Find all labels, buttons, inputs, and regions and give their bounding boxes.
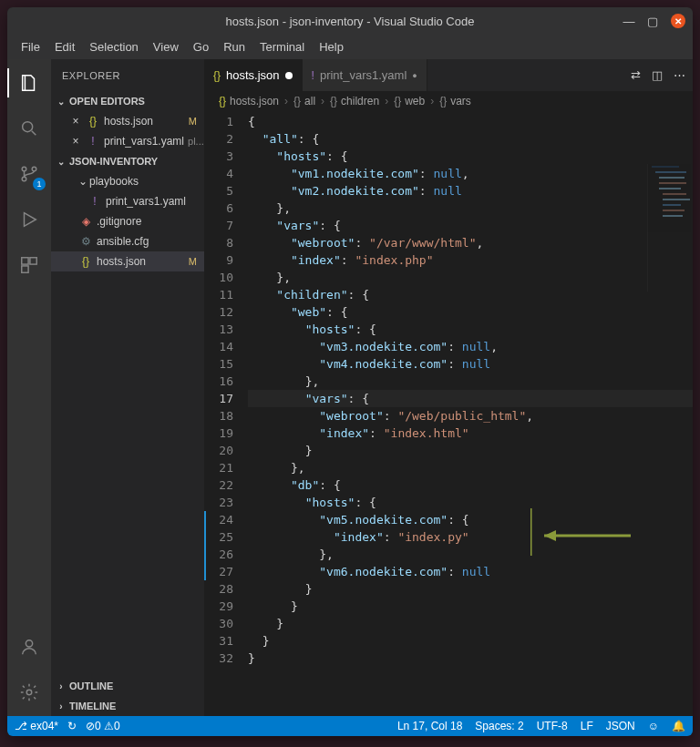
code-line[interactable]: } <box>248 615 693 632</box>
breadcrumb-part[interactable]: children <box>341 95 379 107</box>
code-line[interactable]: } <box>248 598 693 615</box>
tree-item[interactable]: !print_vars1.yaml <box>51 191 204 211</box>
status-feedback-icon[interactable]: ☺ <box>648 720 659 732</box>
code-line[interactable]: "webroot": "/var/www/html", <box>248 234 693 251</box>
breadcrumbs[interactable]: {} hosts.json›{} all›{} children›{} web›… <box>204 91 693 111</box>
tree-item[interactable]: {}hosts.jsonM <box>51 251 204 271</box>
code-line[interactable]: "vm5.nodekite.com": { <box>248 511 693 528</box>
window-controls: — ▢ ✕ <box>623 7 685 35</box>
code-line[interactable]: "vm6.nodekite.com": null <box>248 563 693 580</box>
activity-extensions[interactable] <box>7 251 51 280</box>
menu-terminal[interactable]: Terminal <box>253 36 311 57</box>
close-editor-icon[interactable]: × <box>69 115 82 128</box>
menu-view[interactable]: View <box>147 36 185 57</box>
code-line[interactable]: "children": { <box>248 286 693 303</box>
maximize-button[interactable]: ▢ <box>647 15 658 26</box>
code-line[interactable]: { <box>248 113 693 130</box>
code-line[interactable]: "vm4.nodekite.com": null <box>248 355 693 373</box>
activity-settings[interactable] <box>7 678 51 707</box>
status-line-col[interactable]: Ln 17, Col 18 <box>397 720 462 732</box>
breadcrumb-part[interactable]: all <box>304 95 315 107</box>
status-spaces[interactable]: Spaces: 2 <box>475 720 523 732</box>
svg-point-7 <box>26 640 32 647</box>
status-notifications-icon[interactable]: 🔔 <box>672 720 685 732</box>
json-icon: {} <box>439 95 447 107</box>
code-line[interactable]: "webroot": "/web/public_html", <box>248 407 693 425</box>
compare-icon[interactable]: ⇄ <box>631 68 641 82</box>
code-line[interactable]: "vars": { <box>248 217 693 234</box>
editor-tab[interactable]: {}hosts.json <box>204 59 303 91</box>
code-line[interactable]: }, <box>248 459 693 476</box>
status-branch[interactable]: ⎇ ex04* <box>15 720 58 732</box>
editor-tab[interactable]: !print_vars1.yaml● <box>303 59 427 91</box>
code-line[interactable]: "all": { <box>248 130 693 148</box>
code-line[interactable]: }, <box>248 546 693 563</box>
gear-icon <box>19 682 39 702</box>
close-window-button[interactable]: ✕ <box>671 14 685 28</box>
code-line[interactable]: "vm2.nodekite.com": null <box>248 182 693 200</box>
activity-source-control[interactable]: 1 <box>7 159 51 189</box>
split-editor-icon[interactable]: ◫ <box>652 68 663 82</box>
explorer-sidebar: EXPLORER ⌄ OPEN EDITORS ×{}hosts.jsonM×!… <box>51 59 204 716</box>
open-editor-item[interactable]: ×{}hosts.jsonM <box>51 111 204 131</box>
minimize-button[interactable]: — <box>623 15 634 26</box>
code-line[interactable]: "hosts": { <box>248 494 693 511</box>
status-eol[interactable]: LF <box>581 720 593 732</box>
play-icon <box>19 210 39 230</box>
minimap[interactable] <box>647 164 691 292</box>
breadcrumb-part[interactable]: hosts.json <box>230 95 279 107</box>
file-name: playbooks <box>89 175 139 188</box>
sidebar-title: EXPLORER <box>51 59 204 91</box>
code-line[interactable]: } <box>248 442 693 459</box>
outline-header[interactable]: › OUTLINE <box>51 676 204 696</box>
code-line[interactable]: } <box>248 632 693 650</box>
menu-file[interactable]: File <box>15 36 46 57</box>
git-file-icon: ◈ <box>78 215 93 228</box>
tree-item[interactable]: ◈.gitignore <box>51 211 204 231</box>
code-line[interactable]: "hosts": { <box>248 321 693 338</box>
timeline-header[interactable]: › TIMELINE <box>51 696 204 716</box>
breadcrumb-part[interactable]: web <box>405 95 425 107</box>
more-icon[interactable]: ⋯ <box>674 68 685 82</box>
open-editor-item[interactable]: ×!print_vars1.yamlpl... <box>51 131 204 151</box>
code-line[interactable]: "hosts": { <box>248 148 693 165</box>
code-editor[interactable]: 1234567891011121314151617181920212223242… <box>204 111 693 716</box>
menu-edit[interactable]: Edit <box>48 36 81 57</box>
code-content[interactable]: { "all": { "hosts": { "vm1.nodekite.com"… <box>248 111 693 716</box>
activity-explorer[interactable] <box>7 68 51 97</box>
status-problems[interactable]: ⊘0 ⚠0 <box>86 720 120 732</box>
code-line[interactable]: "vars": { <box>248 390 693 407</box>
tree-item[interactable]: ⌄playbooks <box>51 171 204 191</box>
search-icon <box>19 118 39 138</box>
activity-search[interactable] <box>7 114 51 143</box>
workspace-header[interactable]: ⌄ JSON-INVENTORY <box>51 151 204 171</box>
code-line[interactable]: }, <box>248 269 693 286</box>
code-line[interactable]: } <box>248 580 693 598</box>
code-line[interactable]: "index": "index.py" <box>248 528 693 546</box>
status-language[interactable]: JSON <box>606 720 635 732</box>
code-line[interactable]: } <box>248 650 693 667</box>
code-line[interactable]: "index": "index.php" <box>248 251 693 269</box>
code-line[interactable]: }, <box>248 373 693 390</box>
tree-item[interactable]: ⚙ansible.cfg <box>51 231 204 251</box>
close-editor-icon[interactable]: × <box>69 135 82 148</box>
file-name: .gitignore <box>97 215 141 228</box>
activity-accounts[interactable] <box>7 632 51 661</box>
menu-help[interactable]: Help <box>313 36 350 57</box>
yaml-file-icon: ! <box>88 195 102 208</box>
code-line[interactable]: "web": { <box>248 303 693 321</box>
open-editors-header[interactable]: ⌄ OPEN EDITORS <box>51 91 204 111</box>
status-sync[interactable]: ↻ <box>67 720 77 732</box>
code-line[interactable]: }, <box>248 200 693 217</box>
activity-run-debug[interactable] <box>7 205 51 234</box>
code-line[interactable]: "vm1.nodekite.com": null, <box>248 165 693 182</box>
menu-go[interactable]: Go <box>187 36 215 57</box>
menu-selection[interactable]: Selection <box>83 36 144 57</box>
menu-run[interactable]: Run <box>217 36 252 57</box>
modified-dot-icon <box>285 72 293 79</box>
breadcrumb-part[interactable]: vars <box>450 95 471 107</box>
code-line[interactable]: "index": "index.html" <box>248 425 693 442</box>
code-line[interactable]: "db": { <box>248 476 693 494</box>
code-line[interactable]: "vm3.nodekite.com": null, <box>248 338 693 355</box>
status-encoding[interactable]: UTF-8 <box>537 720 568 732</box>
